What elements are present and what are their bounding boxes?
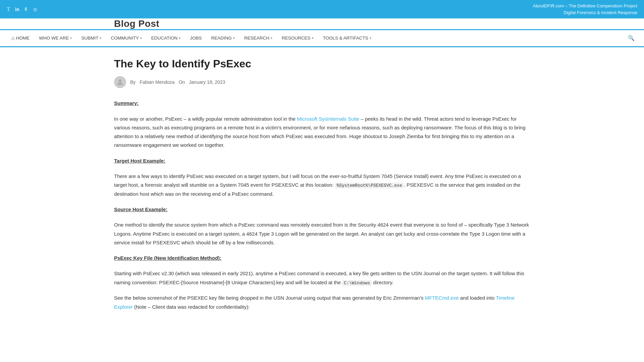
home-icon: ⌂ (11, 35, 15, 41)
site-header: Blog Post (107, 18, 537, 29)
author-label: By (130, 79, 136, 85)
page-content: The Key to Identify PsExec By Fabian Men… (107, 47, 537, 338)
chevron-down-icon: ▾ (179, 36, 180, 40)
date-label: On (179, 79, 185, 85)
nav-who-we-are-label: WHO WE ARE (39, 36, 69, 41)
screenshot-text-before-timeline: and loaded into (459, 295, 496, 301)
target-content: There are a few ways to identify PsExec … (114, 172, 530, 198)
nav-education[interactable]: EDUCATION ▾ (147, 31, 185, 45)
post-body: Summary: In one way or another, PsExec –… (114, 99, 530, 311)
search-button[interactable]: 🔍 (625, 30, 637, 46)
nav-resources-label: RESOURCES (282, 36, 311, 41)
screenshot-paragraph: See the below screenshot of the PSEXEC k… (114, 294, 530, 311)
summary-paragraph: Summary: (114, 99, 530, 108)
nav-community[interactable]: COMMUNITY ▾ (106, 31, 146, 45)
microsoft-sysinternals-link[interactable]: Microsoft SysInternals Suite (297, 116, 359, 122)
source-heading: Source Host Example: (114, 206, 167, 212)
nav-resources[interactable]: RESOURCES ▾ (277, 31, 318, 45)
post-title: The Key to Identify PsExec (114, 57, 530, 70)
nav-tools-artifacts-label: TOOLS & ARTIFACTS (323, 36, 368, 41)
psexec-text-before-code: Starting with PsExec v2.30 (which was re… (114, 270, 524, 285)
psexec-heading-paragraph: PsExec Key File (New Identification Meth… (114, 254, 530, 262)
source-content: One method to identify the source system… (114, 221, 530, 247)
site-tagline: AboutDFIR.com – The Definitive Compendiu… (533, 3, 637, 16)
chevron-down-icon: ▾ (312, 36, 314, 40)
rss-icon: ⊙ (33, 7, 37, 12)
chevron-down-icon: ▾ (100, 36, 101, 40)
chevron-down-icon: ▾ (271, 36, 272, 40)
target-heading: Target Host Example: (114, 158, 165, 164)
psexec-text-after-code: directory. (372, 280, 393, 285)
nav-reading-label: READING (211, 36, 232, 41)
nav-who-we-are[interactable]: WHO WE ARE ▾ (34, 31, 76, 45)
chevron-down-icon: ▾ (233, 36, 235, 40)
chevron-down-icon: ▾ (70, 36, 72, 40)
nav-jobs[interactable]: JOBS (185, 31, 206, 45)
twitter-link[interactable]: 𝕋 (7, 6, 10, 12)
mftecmd-link[interactable]: MFTECmd.exe (425, 295, 459, 301)
linkedin-link[interactable]: in (15, 6, 19, 12)
post-date: January 18, 2023 (189, 79, 225, 85)
nav-submit[interactable]: SUBMIT ▾ (76, 31, 106, 45)
post-meta: By Fabian Mendoza On January 18, 2023 (114, 76, 530, 88)
nav-tools-artifacts[interactable]: TOOLS & ARTIFACTS ▾ (318, 31, 376, 45)
linkedin-icon: in (15, 7, 19, 12)
main-nav: ⌂ HOME WHO WE ARE ▾ SUBMIT ▾ COMMUNITY ▾… (0, 29, 644, 46)
nav-home[interactable]: ⌂ HOME (7, 31, 34, 46)
social-links: 𝕋 in 🎙 ⊙ (7, 6, 37, 12)
screenshot-text-before-mftecmd: See the below screenshot of the PSEXEC k… (114, 295, 425, 301)
nav-reading[interactable]: READING ▾ (206, 31, 239, 45)
chevron-down-icon: ▾ (370, 36, 371, 40)
chevron-down-icon: ▾ (140, 36, 142, 40)
main-content: The Key to Identify PsExec By Fabian Men… (114, 47, 530, 338)
search-icon: 🔍 (628, 35, 635, 41)
user-avatar-icon (116, 78, 124, 86)
top-bar: 𝕋 in 🎙 ⊙ AboutDFIR.com – The Definitive … (0, 0, 644, 18)
psexec-code: C:\Windows (342, 280, 372, 286)
author-avatar (114, 76, 126, 88)
twitter-icon: 𝕋 (7, 6, 10, 12)
screenshot-text-after-timeline: (Note – Client data was redacted for con… (133, 304, 250, 310)
psexec-heading: PsExec Key File (New Identification Meth… (114, 255, 221, 261)
nav-research-label: RESEARCH (244, 36, 269, 41)
site-title: Blog Post (114, 18, 159, 29)
podcast-icon: 🎙 (24, 7, 29, 12)
nav-jobs-label: JOBS (190, 36, 202, 41)
summary-heading: Summary: (114, 100, 139, 106)
nav-education-label: EDUCATION (151, 36, 178, 41)
nav-research[interactable]: RESEARCH ▾ (239, 31, 277, 45)
source-heading-paragraph: Source Host Example: (114, 205, 530, 214)
target-code: %SystemRoot%\PSEXESVC.exe (335, 183, 404, 188)
author-name: Fabian Mendoza (140, 79, 174, 85)
podcast-link[interactable]: 🎙 (24, 6, 29, 12)
psexec-content: Starting with PsExec v2.30 (which was re… (114, 269, 530, 287)
target-heading-paragraph: Target Host Example: (114, 157, 530, 165)
summary-text-before-link: In one way or another, PsExec – a wildly… (114, 116, 297, 122)
summary-content: In one way or another, PsExec – a wildly… (114, 115, 530, 150)
nav-submit-label: SUBMIT (81, 36, 98, 41)
rss-link[interactable]: ⊙ (33, 6, 37, 12)
svg-point-0 (119, 79, 121, 82)
nav-community-label: COMMUNITY (111, 36, 139, 41)
nav-home-label: HOME (16, 36, 30, 41)
